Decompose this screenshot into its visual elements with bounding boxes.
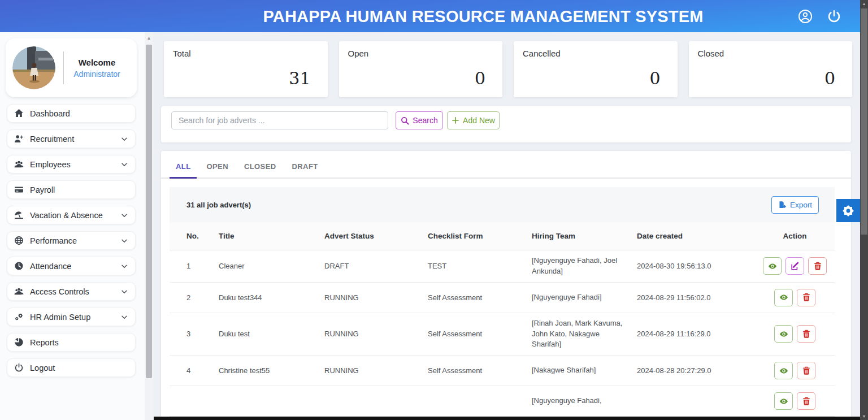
stat-card-open: Open 0: [339, 41, 503, 97]
users-icon: [14, 287, 24, 296]
delete-button[interactable]: [797, 362, 815, 379]
delete-button[interactable]: [797, 289, 815, 306]
stat-label: Cancelled: [523, 49, 669, 58]
settings-gear-button[interactable]: [836, 199, 860, 222]
stats-row: Total 31 Open 0 Cancelled 0 Closed 0: [164, 41, 852, 97]
cell-hiring-team: [Nguyenguye Fahadi]: [532, 292, 637, 303]
sidebar-item-hr-admin-setup[interactable]: HR Admin Setup: [7, 308, 136, 326]
view-button[interactable]: [774, 325, 793, 343]
tab-draft[interactable]: DRAFT: [286, 160, 324, 177]
page-scrollbar-thumb[interactable]: [861, 8, 867, 235]
tab-closed[interactable]: CLOSED: [238, 160, 283, 177]
column-header: Title: [219, 232, 324, 240]
sidebar-item-payroll[interactable]: Payroll: [7, 180, 136, 199]
sidebar-item-attendance[interactable]: Attendance: [7, 257, 136, 275]
column-header: Date created: [637, 232, 755, 240]
globe-icon: [14, 236, 24, 245]
cell-actions: [755, 325, 835, 343]
cell-actions: [755, 362, 835, 379]
profile-card: Welcome Administrator: [6, 38, 137, 97]
sidebar-scrollbar[interactable]: ▲: [145, 32, 153, 420]
stat-label: Open: [348, 49, 494, 58]
main-content: Total 31 Open 0 Cancelled 0 Closed 0 Sea…: [154, 32, 860, 420]
view-button[interactable]: [774, 289, 793, 306]
stat-label: Total: [173, 49, 319, 58]
power-icon[interactable]: [827, 9, 841, 24]
cell-advert-status: RUNNING: [324, 330, 428, 338]
cell-title: Cleaner: [219, 262, 324, 270]
table-header-row: No. Title Advert Status Checklist Form H…: [170, 222, 835, 250]
cell-title: Christine test55: [219, 366, 324, 375]
scroll-up-icon[interactable]: ▲: [860, 2, 868, 6]
search-input[interactable]: [171, 111, 388, 129]
scroll-up-icon[interactable]: ▲: [145, 36, 153, 41]
sidebar-item-employees[interactable]: Employees: [7, 155, 136, 174]
export-button[interactable]: Export: [771, 196, 819, 214]
cell-title: Duku test: [219, 330, 324, 338]
users-icon: [14, 159, 24, 169]
user-profile-icon[interactable]: [798, 9, 813, 24]
delete-button[interactable]: [797, 325, 815, 343]
sidebar-item-label: Attendance: [30, 262, 71, 271]
export-button-label: Export: [790, 201, 812, 209]
page-scrollbar[interactable]: ▲ ▼: [860, 0, 868, 420]
sidebar-item-vacation-absence[interactable]: Vacation & Absence: [7, 206, 136, 224]
table-row: 3 Duku test RUNNING Self Assessment [Rin…: [170, 313, 835, 356]
sidebar-item-label: Dashboard: [30, 109, 70, 118]
search-panel: Search Add New: [161, 106, 851, 142]
eye-icon: [779, 366, 788, 375]
sidebar-item-dashboard[interactable]: Dashboard: [7, 104, 136, 123]
search-icon: [401, 116, 409, 125]
cell-actions: [755, 392, 835, 410]
chevron-down-icon: [120, 262, 128, 270]
sidebar-item-label: HR Admin Setup: [30, 313, 90, 322]
cell-hiring-team: [Nakagwe Sharifah]: [532, 365, 637, 376]
delete-button[interactable]: [808, 257, 827, 275]
cell-date-created: 2024-08-30 19:56:13.0: [637, 262, 755, 270]
sidebar-item-recruitment[interactable]: Recruitment: [7, 129, 136, 148]
table-toolbar: 31 all job advert(s) Export: [170, 187, 835, 222]
cell-checklist-form: Self Assessment: [428, 366, 532, 375]
cell-date-created: 2024-08-29 11:56:02.0: [637, 293, 755, 302]
cell-no: 4: [186, 366, 219, 375]
search-button[interactable]: Search: [396, 111, 443, 129]
stat-card-total: Total 31: [164, 41, 328, 97]
sidebar-item-reports[interactable]: Reports: [7, 333, 136, 352]
chevron-down-icon: [120, 135, 128, 143]
sidebar-item-performance[interactable]: Performance: [7, 231, 136, 250]
home-icon: [14, 109, 24, 118]
pie-chart-icon: [14, 337, 24, 347]
chevron-down-icon: [120, 313, 128, 321]
file-export-icon: [778, 201, 787, 209]
tab-all[interactable]: ALL: [170, 160, 197, 179]
view-button[interactable]: [774, 392, 793, 410]
sidebar-item-label: Reports: [30, 338, 59, 347]
cell-hiring-team: [Nguyenguye Fahadi, Joel Ankunda]: [532, 256, 637, 277]
sidebar-item-label: Access Controls: [30, 287, 89, 296]
column-header: Checklist Form: [428, 232, 532, 240]
edit-button[interactable]: [785, 257, 804, 275]
gear-icon: [841, 203, 856, 218]
delete-button[interactable]: [797, 392, 815, 410]
app-title: PAHAPPA HUMAN RESOURCE MANAGEMENT SYSTEM: [263, 7, 703, 25]
column-header: Hiring Team: [532, 232, 637, 240]
cell-hiring-team: [Rinah Joan, Mark Kavuma, John Kato, Nak…: [532, 318, 637, 350]
sidebar-item-access-controls[interactable]: Access Controls: [7, 282, 136, 301]
cell-no: 1: [186, 262, 219, 270]
view-button[interactable]: [774, 362, 793, 379]
sidebar-scrollbar-thumb[interactable]: [146, 45, 152, 378]
add-new-button[interactable]: Add New: [447, 111, 500, 129]
trash-icon: [802, 293, 811, 302]
tab-open[interactable]: OPEN: [200, 160, 234, 177]
stat-card-closed: Closed 0: [689, 41, 853, 97]
role-text: Administrator: [64, 70, 130, 79]
column-header: Action: [755, 232, 835, 240]
table-summary: 31 all job advert(s): [186, 201, 251, 209]
eye-icon: [768, 262, 777, 271]
scroll-down-icon[interactable]: ▼: [860, 414, 868, 418]
column-header: Advert Status: [324, 232, 428, 240]
window-bottom-edge: [154, 417, 860, 420]
view-button[interactable]: [763, 257, 782, 275]
sidebar-item-logout[interactable]: Logout: [7, 358, 136, 377]
cell-checklist-form: Self Assessment: [428, 293, 532, 302]
